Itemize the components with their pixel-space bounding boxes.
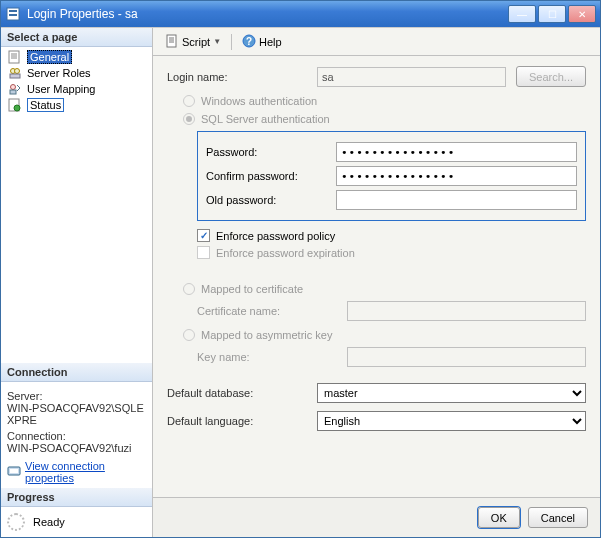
- view-connection-properties-link[interactable]: View connection properties: [25, 460, 146, 484]
- svg-rect-13: [167, 35, 176, 47]
- svg-point-10: [14, 105, 20, 111]
- script-icon: [165, 34, 179, 50]
- sidebar-item-label: User Mapping: [27, 83, 95, 95]
- checkbox-icon: [197, 229, 210, 242]
- enforce-policy-label: Enforce password policy: [216, 230, 335, 242]
- window-title: Login Properties - sa: [27, 7, 508, 21]
- page-list: General Server Roles User Mapping Status: [1, 47, 152, 115]
- sidebar-item-general[interactable]: General: [5, 49, 148, 65]
- search-button: Search...: [516, 66, 586, 87]
- progress-header: Progress: [1, 488, 152, 507]
- progress-status: Ready: [33, 516, 65, 528]
- svg-rect-1: [9, 10, 17, 12]
- progress-icon: [7, 513, 25, 531]
- ok-button[interactable]: OK: [478, 507, 520, 528]
- server-label: Server:: [7, 390, 146, 402]
- server-value: WIN-PSOACQFAV92\SQLEXPRE: [7, 402, 146, 426]
- close-button[interactable]: ✕: [568, 5, 596, 23]
- connection-value: WIN-PSOACQFAV92\fuzi: [7, 442, 146, 454]
- login-name-input[interactable]: [317, 67, 506, 87]
- login-properties-window: Login Properties - sa — ☐ ✕ Select a pag…: [0, 0, 601, 538]
- certificate-name-label: Certificate name:: [197, 305, 347, 317]
- default-language-label: Default language:: [167, 415, 317, 427]
- button-bar: OK Cancel: [153, 497, 600, 537]
- sidebar-item-server-roles[interactable]: Server Roles: [5, 65, 148, 81]
- radio-icon: [183, 283, 195, 295]
- windows-auth-radio: Windows authentication: [183, 95, 586, 107]
- windows-auth-label: Windows authentication: [201, 95, 317, 107]
- password-label: Password:: [206, 146, 336, 158]
- svg-point-5: [15, 69, 20, 74]
- sql-auth-radio: SQL Server authentication: [183, 113, 586, 125]
- minimize-button[interactable]: —: [508, 5, 536, 23]
- svg-text:?: ?: [246, 36, 252, 47]
- chevron-down-icon: ▼: [213, 37, 221, 46]
- svg-rect-12: [10, 469, 18, 473]
- help-icon: ?: [242, 34, 256, 50]
- svg-point-7: [11, 85, 16, 90]
- checkbox-icon: [197, 246, 210, 259]
- connection-icon: [7, 464, 21, 480]
- general-form: Login name: Search... Windows authentica…: [153, 56, 600, 497]
- select-page-header: Select a page: [1, 28, 152, 47]
- maximize-button[interactable]: ☐: [538, 5, 566, 23]
- old-password-input[interactable]: [336, 190, 577, 210]
- svg-rect-6: [10, 74, 20, 78]
- mapped-asym-label: Mapped to asymmetric key: [201, 329, 332, 341]
- sidebar-item-label: Status: [27, 98, 64, 112]
- page-icon: [7, 50, 23, 64]
- toolbar-separator: [231, 34, 232, 50]
- connection-header: Connection: [1, 363, 152, 382]
- mapped-asym-radio: Mapped to asymmetric key: [183, 329, 586, 341]
- main-panel: Script ▼ ? Help Login name: Search...: [153, 28, 600, 537]
- confirm-password-label: Confirm password:: [206, 170, 336, 182]
- roles-icon: [7, 66, 23, 80]
- confirm-password-input[interactable]: [336, 166, 577, 186]
- svg-rect-3: [9, 51, 19, 63]
- default-database-select[interactable]: master: [317, 383, 586, 403]
- sidebar-item-label: General: [27, 50, 72, 64]
- help-label: Help: [259, 36, 282, 48]
- mapped-cert-label: Mapped to certificate: [201, 283, 303, 295]
- script-button[interactable]: Script ▼: [161, 32, 225, 52]
- password-input[interactable]: [336, 142, 577, 162]
- toolbar: Script ▼ ? Help: [153, 28, 600, 56]
- svg-rect-2: [9, 14, 17, 16]
- sidebar-item-status[interactable]: Status: [5, 97, 148, 113]
- help-button[interactable]: ? Help: [238, 32, 286, 52]
- sidebar-item-user-mapping[interactable]: User Mapping: [5, 81, 148, 97]
- radio-icon: [183, 113, 195, 125]
- default-database-label: Default database:: [167, 387, 317, 399]
- script-label: Script: [182, 36, 210, 48]
- svg-rect-8: [10, 90, 16, 94]
- app-icon: [5, 6, 21, 22]
- enforce-expiration-checkbox: Enforce password expiration: [197, 246, 586, 259]
- key-name-input: [347, 347, 586, 367]
- radio-icon: [183, 95, 195, 107]
- password-group: Password: Confirm password: Old password…: [197, 131, 586, 221]
- login-name-label: Login name:: [167, 71, 317, 83]
- sidebar: Select a page General Server Roles User …: [1, 28, 153, 537]
- sql-auth-label: SQL Server authentication: [201, 113, 330, 125]
- sidebar-item-label: Server Roles: [27, 67, 91, 79]
- enforce-expiration-label: Enforce password expiration: [216, 247, 355, 259]
- default-language-select[interactable]: English: [317, 411, 586, 431]
- key-name-label: Key name:: [197, 351, 347, 363]
- certificate-name-input: [347, 301, 586, 321]
- connection-label: Connection:: [7, 430, 146, 442]
- radio-icon: [183, 329, 195, 341]
- status-icon: [7, 98, 23, 112]
- titlebar[interactable]: Login Properties - sa — ☐ ✕: [1, 1, 600, 27]
- mapping-icon: [7, 82, 23, 96]
- enforce-policy-checkbox[interactable]: Enforce password policy: [197, 229, 586, 242]
- old-password-label: Old password:: [206, 194, 336, 206]
- mapped-certificate-radio: Mapped to certificate: [183, 283, 586, 295]
- cancel-button[interactable]: Cancel: [528, 507, 588, 528]
